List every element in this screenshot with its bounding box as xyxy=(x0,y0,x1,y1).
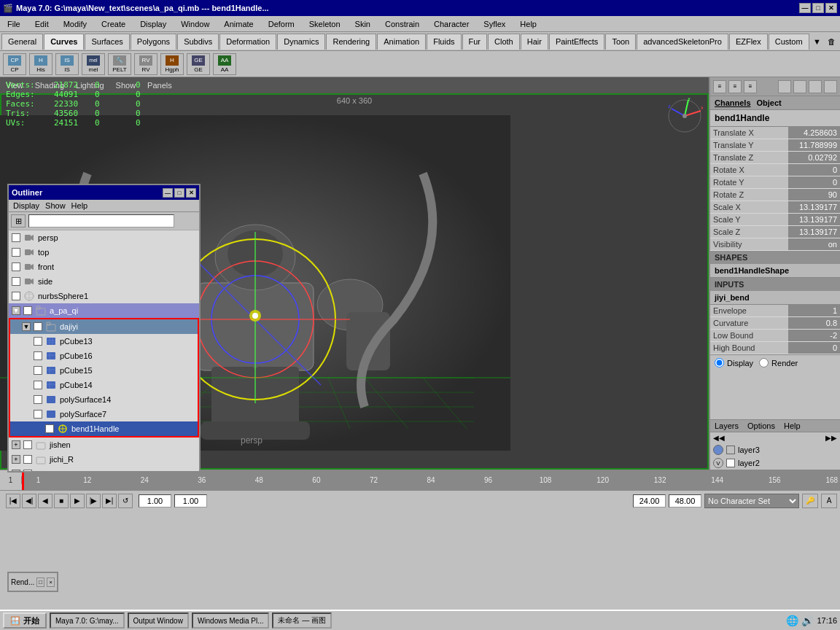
outliner-tool-1[interactable]: ⊞ xyxy=(11,214,26,228)
layer2-checkbox[interactable] xyxy=(726,459,735,467)
tool-pelt[interactable]: 🔧 PELT xyxy=(108,53,131,75)
play-back-btn[interactable]: ◀ xyxy=(38,494,52,508)
ch-icon-5[interactable] xyxy=(793,80,806,93)
layer2-render-btn[interactable]: V xyxy=(713,458,723,468)
item-check[interactable] xyxy=(34,351,42,360)
frame-end-input[interactable] xyxy=(174,494,207,508)
viewport-menu-shading[interactable]: Shading xyxy=(35,81,64,90)
expand-marker[interactable]: ▼ xyxy=(22,322,31,331)
channel-value[interactable]: 0 xyxy=(788,164,840,176)
goto-end-btn[interactable]: ▶| xyxy=(102,494,117,508)
outliner-item-dajiyi[interactable]: ▼ dajiyi xyxy=(10,319,198,334)
minimize-button[interactable]: — xyxy=(799,3,811,13)
outliner-item-bend1handle[interactable]: bend1Handle xyxy=(10,421,198,436)
ch-icon-2[interactable]: ≡ xyxy=(728,80,742,93)
shelf-options-icon[interactable]: ▼ xyxy=(810,37,824,46)
taskbar-output[interactable]: Output Window xyxy=(128,612,189,629)
tab-animation[interactable]: Animation xyxy=(377,34,426,50)
menu-window[interactable]: Window xyxy=(176,18,214,30)
viewport-menu-panels[interactable]: Panels xyxy=(147,81,172,90)
render-mini-close[interactable]: × xyxy=(47,578,55,587)
tool-ge[interactable]: GE GE xyxy=(187,53,210,75)
input-channel-value[interactable]: -2 xyxy=(788,330,840,342)
stop-btn[interactable]: ■ xyxy=(54,494,69,508)
menu-skeleton[interactable]: Skeleton xyxy=(305,18,345,30)
ch-icon-3[interactable]: ≡ xyxy=(744,80,757,93)
item-check[interactable] xyxy=(34,395,42,404)
tab-cloth[interactable]: Cloth xyxy=(488,34,520,50)
scroll-left-arrow[interactable]: ◀◀ xyxy=(713,434,725,442)
taskbar-media[interactable]: Windows Media Pl... xyxy=(192,612,270,629)
outliner-item-polysurface7[interactable]: polySurface7 xyxy=(10,407,198,421)
input-channel-value[interactable]: 0 xyxy=(788,342,840,354)
channel-value[interactable]: 11.788999 xyxy=(788,139,840,152)
tab-advancedskeleton[interactable]: advancedSkeletonPro xyxy=(637,34,728,50)
layer3-render-btn[interactable] xyxy=(713,445,723,455)
tab-object[interactable]: Object xyxy=(757,98,782,107)
outliner-item-polysurface14[interactable]: polySurface14 xyxy=(10,392,198,407)
tab-toon[interactable]: Toon xyxy=(605,34,636,50)
ch-icon-7[interactable] xyxy=(824,80,837,93)
item-check[interactable] xyxy=(12,292,20,300)
character-set-select[interactable]: No Character Set xyxy=(704,494,799,508)
menu-skin[interactable]: Skin xyxy=(351,18,375,30)
frame-start-input[interactable] xyxy=(139,494,171,508)
layer-menu-help[interactable]: Help xyxy=(784,421,801,430)
outliner-item-persp[interactable]: persp xyxy=(9,230,199,245)
tab-painteffects[interactable]: PaintEffects xyxy=(549,34,605,50)
menu-deform[interactable]: Deform xyxy=(264,18,299,30)
tab-fur[interactable]: Fur xyxy=(462,34,488,50)
timeline-ruler[interactable]: 1 12 24 36 48 60 72 84 96 108 120 132 14… xyxy=(22,470,840,491)
expand-marker[interactable]: ▼ xyxy=(12,306,20,315)
tab-deformation[interactable]: Deformation xyxy=(219,34,276,50)
menu-display[interactable]: Display xyxy=(136,18,171,30)
item-check[interactable] xyxy=(34,337,42,346)
key-btn[interactable]: 🔑 xyxy=(802,494,818,508)
tool-mel[interactable]: mel mel xyxy=(82,53,105,75)
channel-value[interactable]: 0 xyxy=(788,176,840,189)
loop-btn[interactable]: ↺ xyxy=(118,494,133,508)
display-radio[interactable] xyxy=(715,358,724,368)
outliner-item-pcube13[interactable]: pCube13 xyxy=(10,334,198,349)
layer-menu-layers[interactable]: Layers xyxy=(715,421,739,430)
tab-channels[interactable]: Channels xyxy=(715,98,751,107)
tab-hair[interactable]: Hair xyxy=(521,34,548,50)
channel-value[interactable]: on xyxy=(788,238,840,251)
tab-general[interactable]: General xyxy=(1,34,43,50)
outliner-item-top[interactable]: top xyxy=(9,245,199,260)
close-button[interactable]: ✕ xyxy=(825,3,837,13)
channel-value[interactable]: 13.139177 xyxy=(788,214,840,226)
item-check[interactable] xyxy=(34,381,42,389)
item-check[interactable] xyxy=(12,248,20,257)
outliner-maximize-btn[interactable]: □ xyxy=(174,188,184,198)
outliner-close-btn[interactable]: ✕ xyxy=(186,188,196,198)
menu-animate[interactable]: Animate xyxy=(219,18,257,30)
expand-marker[interactable]: + xyxy=(12,470,20,471)
channel-value[interactable]: 13.139177 xyxy=(788,201,840,214)
ch-icon-4[interactable] xyxy=(778,80,791,93)
outliner-item-chuanghu[interactable]: + chuanghu xyxy=(9,467,199,471)
channel-value[interactable]: 90 xyxy=(788,189,840,201)
outliner-item-pcube15[interactable]: pCube15 xyxy=(10,363,198,378)
menu-modify[interactable]: Modify xyxy=(59,18,91,30)
outliner-item-front[interactable]: front xyxy=(9,260,199,274)
item-check[interactable] xyxy=(12,262,20,271)
outliner-minimize-btn[interactable]: — xyxy=(163,188,173,198)
expand-marker[interactable]: + xyxy=(12,455,20,464)
tool-is[interactable]: IS IS xyxy=(55,53,79,75)
menu-constrain[interactable]: Constrain xyxy=(381,18,424,30)
ch-icon-1[interactable]: ≡ xyxy=(713,80,726,93)
start-button[interactable]: 🪟 开始 xyxy=(3,612,47,629)
render-radio[interactable] xyxy=(759,358,769,368)
tab-custom[interactable]: Custom xyxy=(769,34,809,50)
outliner-item-pcube14[interactable]: pCube14 xyxy=(10,378,198,392)
next-frame-btn[interactable]: |▶ xyxy=(86,494,101,508)
taskbar-maya[interactable]: Maya 7.0: G:\may... xyxy=(50,612,125,629)
tab-subdivs[interactable]: Subdivs xyxy=(177,34,219,50)
outliner-item-nurbssphere[interactable]: nurbsSphere1 xyxy=(9,289,199,303)
scroll-right-arrow[interactable]: ▶▶ xyxy=(825,434,837,442)
outliner-search-input[interactable] xyxy=(28,214,174,228)
tab-fluids[interactable]: Fluids xyxy=(427,34,461,50)
tab-polygons[interactable]: Polygons xyxy=(131,34,176,50)
tab-rendering[interactable]: Rendering xyxy=(326,34,376,50)
